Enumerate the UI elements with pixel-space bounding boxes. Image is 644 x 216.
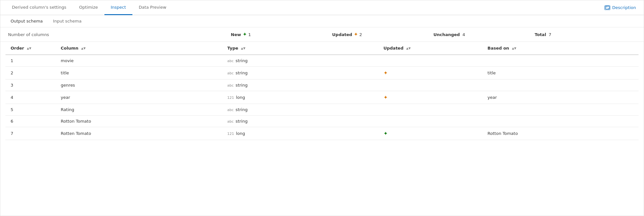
total-summary: Total 7 — [535, 32, 636, 37]
cell-updated: ✦ — [378, 67, 482, 80]
column-sort-icon[interactable]: ▲▼ — [81, 47, 86, 49]
cell-type: 121long — [222, 127, 378, 140]
type-value: string — [236, 58, 247, 63]
cell-type: abcstring — [222, 80, 378, 91]
table-row: 6Rotton Tomatoabcstring — [5, 116, 639, 127]
tab-data-preview[interactable]: Data Preview — [132, 0, 173, 15]
table-row: 1movieabcstring — [5, 55, 639, 67]
cell-order: 6 — [5, 116, 56, 127]
cell-type: 121long — [222, 91, 378, 104]
table-row: 3genresabcstring — [5, 80, 639, 91]
new-dot-icon: ✦ — [243, 32, 247, 37]
cell-updated: ✦ — [378, 91, 482, 104]
cell-column: genres — [56, 80, 222, 91]
cell-column: Rating — [56, 104, 222, 116]
cell-updated — [378, 116, 482, 127]
tab-optimize[interactable]: Optimize — [73, 0, 104, 15]
table-row: 2titleabcstring✦title — [5, 67, 639, 80]
sub-tab-output-schema[interactable]: Output schema — [5, 16, 48, 26]
type-badge-icon: abc — [227, 83, 234, 88]
new-summary: New ✦ 1 — [231, 32, 332, 37]
main-container: Derived column's settings Optimize Inspe… — [0, 0, 644, 216]
cell-column: movie — [56, 55, 222, 67]
type-badge-icon: 121 — [227, 96, 234, 100]
type-value: long — [236, 95, 245, 100]
cell-basedon: year — [482, 91, 639, 104]
type-value: string — [236, 83, 247, 88]
table-row: 4year121long✦year — [5, 91, 639, 104]
type-badge-icon: abc — [227, 108, 234, 112]
cell-basedon — [482, 116, 639, 127]
updated-star-icon: ✦ — [383, 94, 388, 100]
unchanged-summary: Unchanged 4 — [434, 32, 535, 37]
cell-column: Rotton Tomato — [56, 116, 222, 127]
cell-updated — [378, 55, 482, 67]
order-sort-icon[interactable]: ▲▼ — [27, 47, 31, 49]
cell-column: title — [56, 67, 222, 80]
col-header-column[interactable]: Column ▲▼ — [56, 42, 222, 55]
type-badge-icon: 121 — [227, 132, 234, 136]
summary-row: Number of columns New ✦ 1 Updated ✦ 2 Un… — [0, 27, 644, 42]
cell-type: abcstring — [222, 67, 378, 80]
sub-tab-bar: Output schema Input schema — [0, 15, 644, 27]
table-header-row: Order ▲▼ Column ▲▼ Type ▲▼ Updated ▲▼ — [5, 42, 639, 55]
type-badge-icon: abc — [227, 59, 234, 63]
cell-type: abcstring — [222, 104, 378, 116]
cell-updated — [378, 104, 482, 116]
type-value: string — [236, 119, 247, 124]
type-value: string — [236, 107, 247, 112]
type-badge-icon: abc — [227, 71, 234, 75]
description-button[interactable]: Description — [602, 0, 639, 15]
schema-table-container[interactable]: Order ▲▼ Column ▲▼ Type ▲▼ Updated ▲▼ — [0, 42, 644, 216]
description-icon — [604, 5, 610, 10]
type-value: string — [236, 70, 247, 75]
col-header-type[interactable]: Type ▲▼ — [222, 42, 378, 55]
type-value: long — [236, 131, 245, 136]
updated-star-icon: ✦ — [383, 70, 388, 76]
col-header-basedon[interactable]: Based on ▲▼ — [482, 42, 639, 55]
cell-order: 5 — [5, 104, 56, 116]
cell-updated: ✦ — [378, 127, 482, 140]
updated-sort-icon[interactable]: ▲▼ — [406, 47, 411, 49]
table-row: 5Ratingabcstring — [5, 104, 639, 116]
cell-basedon — [482, 104, 639, 116]
cell-updated — [378, 80, 482, 91]
updated-star-icon: ✦ — [383, 130, 388, 136]
cell-type: abcstring — [222, 116, 378, 127]
type-sort-icon[interactable]: ▲▼ — [241, 47, 246, 49]
cell-order: 2 — [5, 67, 56, 80]
basedon-sort-icon[interactable]: ▲▼ — [512, 47, 516, 49]
cell-basedon — [482, 80, 639, 91]
num-columns-summary: Number of columns — [8, 32, 231, 37]
cell-basedon: Rotton Tomato — [482, 127, 639, 140]
schema-table: Order ▲▼ Column ▲▼ Type ▲▼ Updated ▲▼ — [5, 42, 639, 140]
updated-dot-icon: ✦ — [354, 32, 358, 37]
cell-column: Rotten Tomato — [56, 127, 222, 140]
col-header-updated[interactable]: Updated ▲▼ — [378, 42, 482, 55]
cell-type: abcstring — [222, 55, 378, 67]
col-header-order[interactable]: Order ▲▼ — [5, 42, 56, 55]
cell-order: 3 — [5, 80, 56, 91]
sub-tab-input-schema[interactable]: Input schema — [48, 16, 87, 26]
cell-column: year — [56, 91, 222, 104]
type-badge-icon: abc — [227, 119, 234, 124]
cell-basedon: title — [482, 67, 639, 80]
tab-inspect[interactable]: Inspect — [104, 0, 132, 15]
cell-basedon — [482, 55, 639, 67]
cell-order: 4 — [5, 91, 56, 104]
cell-order: 7 — [5, 127, 56, 140]
cell-order: 1 — [5, 55, 56, 67]
top-tab-bar: Derived column's settings Optimize Inspe… — [0, 0, 644, 15]
updated-summary: Updated ✦ 2 — [332, 32, 434, 37]
tab-derived-settings[interactable]: Derived column's settings — [5, 0, 73, 15]
table-row: 7Rotten Tomato121long✦Rotton Tomato — [5, 127, 639, 140]
